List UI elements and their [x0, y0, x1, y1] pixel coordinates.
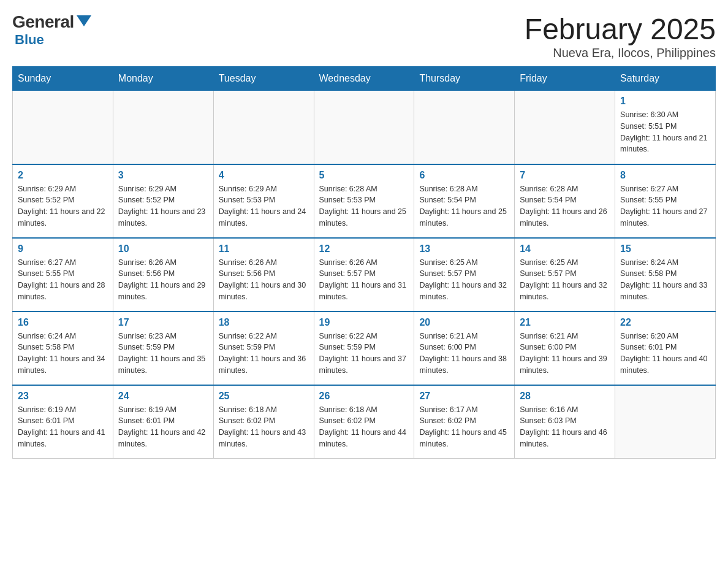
day-number: 23 [18, 391, 108, 402]
table-row: 5Sunrise: 6:28 AMSunset: 5:53 PMDaylight… [314, 164, 414, 238]
day-info: Sunrise: 6:16 AMSunset: 6:03 PMDaylight:… [520, 404, 610, 450]
day-info: Sunrise: 6:28 AMSunset: 5:54 PMDaylight:… [419, 183, 509, 229]
table-row: 22Sunrise: 6:20 AMSunset: 6:01 PMDayligh… [615, 312, 716, 385]
table-row: 8Sunrise: 6:27 AMSunset: 5:55 PMDaylight… [615, 164, 716, 238]
table-row [213, 91, 314, 164]
calendar-week-row: 16Sunrise: 6:24 AMSunset: 5:58 PMDayligh… [13, 312, 716, 385]
day-info: Sunrise: 6:29 AMSunset: 5:52 PMDaylight:… [18, 183, 108, 229]
day-number: 4 [219, 170, 309, 181]
day-number: 26 [319, 391, 409, 402]
day-info: Sunrise: 6:28 AMSunset: 5:53 PMDaylight:… [319, 183, 409, 229]
table-row: 18Sunrise: 6:22 AMSunset: 5:59 PMDayligh… [213, 312, 314, 385]
day-info: Sunrise: 6:24 AMSunset: 5:58 PMDaylight:… [620, 257, 710, 303]
day-number: 13 [419, 243, 509, 255]
table-row: 7Sunrise: 6:28 AMSunset: 5:54 PMDaylight… [515, 164, 615, 238]
day-number: 5 [319, 170, 409, 181]
day-number: 9 [18, 243, 108, 255]
table-row: 23Sunrise: 6:19 AMSunset: 6:01 PMDayligh… [13, 385, 113, 459]
table-row: 2Sunrise: 6:29 AMSunset: 5:52 PMDaylight… [13, 164, 113, 238]
logo-general-text: General [12, 12, 74, 32]
day-info: Sunrise: 6:27 AMSunset: 5:55 PMDaylight:… [620, 183, 710, 229]
table-row: 3Sunrise: 6:29 AMSunset: 5:52 PMDaylight… [113, 164, 213, 238]
day-number: 21 [520, 317, 610, 328]
day-info: Sunrise: 6:26 AMSunset: 5:56 PMDaylight:… [118, 257, 208, 303]
table-row [414, 91, 515, 164]
day-info: Sunrise: 6:29 AMSunset: 5:53 PMDaylight:… [219, 183, 309, 229]
day-number: 10 [118, 243, 208, 255]
day-number: 7 [520, 170, 610, 181]
day-info: Sunrise: 6:17 AMSunset: 6:02 PMDaylight:… [419, 404, 509, 450]
table-row: 26Sunrise: 6:18 AMSunset: 6:02 PMDayligh… [314, 385, 414, 459]
table-row [615, 385, 716, 459]
day-number: 25 [219, 391, 309, 402]
day-number: 22 [620, 317, 710, 328]
day-info: Sunrise: 6:23 AMSunset: 5:59 PMDaylight:… [118, 331, 208, 377]
day-number: 15 [620, 243, 710, 255]
table-row: 25Sunrise: 6:18 AMSunset: 6:02 PMDayligh… [213, 385, 314, 459]
day-info: Sunrise: 6:27 AMSunset: 5:55 PMDaylight:… [18, 257, 108, 303]
table-row: 19Sunrise: 6:22 AMSunset: 5:59 PMDayligh… [314, 312, 414, 385]
table-row: 12Sunrise: 6:26 AMSunset: 5:57 PMDayligh… [314, 238, 414, 312]
day-number: 18 [219, 317, 309, 328]
calendar-table: Sunday Monday Tuesday Wednesday Thursday… [12, 66, 716, 459]
table-row: 21Sunrise: 6:21 AMSunset: 6:00 PMDayligh… [515, 312, 615, 385]
day-number: 24 [118, 391, 208, 402]
day-number: 16 [18, 317, 108, 328]
logo-triangle-icon [77, 15, 91, 26]
day-number: 6 [419, 170, 509, 181]
page-header: General Blue February 2025 Nueva Era, Il… [12, 12, 716, 60]
table-row: 15Sunrise: 6:24 AMSunset: 5:58 PMDayligh… [615, 238, 716, 312]
table-row [13, 91, 113, 164]
col-monday: Monday [113, 67, 213, 91]
col-sunday: Sunday [13, 67, 113, 91]
day-number: 17 [118, 317, 208, 328]
day-number: 19 [319, 317, 409, 328]
day-info: Sunrise: 6:25 AMSunset: 5:57 PMDaylight:… [419, 257, 509, 303]
day-number: 1 [620, 96, 710, 107]
table-row: 9Sunrise: 6:27 AMSunset: 5:55 PMDaylight… [13, 238, 113, 312]
location: Nueva Era, Ilocos, Philippines [525, 46, 716, 60]
calendar-week-row: 9Sunrise: 6:27 AMSunset: 5:55 PMDaylight… [13, 238, 716, 312]
table-row [314, 91, 414, 164]
day-number: 27 [419, 391, 509, 402]
table-row: 14Sunrise: 6:25 AMSunset: 5:57 PMDayligh… [515, 238, 615, 312]
table-row: 4Sunrise: 6:29 AMSunset: 5:53 PMDaylight… [213, 164, 314, 238]
table-row: 24Sunrise: 6:19 AMSunset: 6:01 PMDayligh… [113, 385, 213, 459]
table-row: 11Sunrise: 6:26 AMSunset: 5:56 PMDayligh… [213, 238, 314, 312]
day-info: Sunrise: 6:22 AMSunset: 5:59 PMDaylight:… [219, 331, 309, 377]
col-saturday: Saturday [615, 67, 716, 91]
day-info: Sunrise: 6:25 AMSunset: 5:57 PMDaylight:… [520, 257, 610, 303]
calendar-header-row: Sunday Monday Tuesday Wednesday Thursday… [13, 67, 716, 91]
col-thursday: Thursday [414, 67, 515, 91]
table-row: 6Sunrise: 6:28 AMSunset: 5:54 PMDaylight… [414, 164, 515, 238]
table-row: 13Sunrise: 6:25 AMSunset: 5:57 PMDayligh… [414, 238, 515, 312]
month-title: February 2025 [525, 12, 716, 46]
day-number: 28 [520, 391, 610, 402]
title-block: February 2025 Nueva Era, Ilocos, Philipp… [525, 12, 716, 60]
calendar-week-row: 1Sunrise: 6:30 AMSunset: 5:51 PMDaylight… [13, 91, 716, 164]
table-row: 17Sunrise: 6:23 AMSunset: 5:59 PMDayligh… [113, 312, 213, 385]
day-number: 8 [620, 170, 710, 181]
day-info: Sunrise: 6:28 AMSunset: 5:54 PMDaylight:… [520, 183, 610, 229]
day-info: Sunrise: 6:20 AMSunset: 6:01 PMDaylight:… [620, 331, 710, 377]
day-info: Sunrise: 6:19 AMSunset: 6:01 PMDaylight:… [118, 404, 208, 450]
day-info: Sunrise: 6:26 AMSunset: 5:56 PMDaylight:… [219, 257, 309, 303]
day-info: Sunrise: 6:21 AMSunset: 6:00 PMDaylight:… [419, 331, 509, 377]
day-number: 3 [118, 170, 208, 181]
col-tuesday: Tuesday [213, 67, 314, 91]
day-info: Sunrise: 6:30 AMSunset: 5:51 PMDaylight:… [620, 109, 710, 155]
table-row: 27Sunrise: 6:17 AMSunset: 6:02 PMDayligh… [414, 385, 515, 459]
day-info: Sunrise: 6:18 AMSunset: 6:02 PMDaylight:… [219, 404, 309, 450]
col-friday: Friday [515, 67, 615, 91]
col-wednesday: Wednesday [314, 67, 414, 91]
day-number: 14 [520, 243, 610, 255]
day-info: Sunrise: 6:24 AMSunset: 5:58 PMDaylight:… [18, 331, 108, 377]
day-number: 20 [419, 317, 509, 328]
day-info: Sunrise: 6:29 AMSunset: 5:52 PMDaylight:… [118, 183, 208, 229]
table-row [515, 91, 615, 164]
day-info: Sunrise: 6:18 AMSunset: 6:02 PMDaylight:… [319, 404, 409, 450]
day-info: Sunrise: 6:26 AMSunset: 5:57 PMDaylight:… [319, 257, 409, 303]
calendar-week-row: 2Sunrise: 6:29 AMSunset: 5:52 PMDaylight… [13, 164, 716, 238]
day-number: 12 [319, 243, 409, 255]
table-row: 16Sunrise: 6:24 AMSunset: 5:58 PMDayligh… [13, 312, 113, 385]
